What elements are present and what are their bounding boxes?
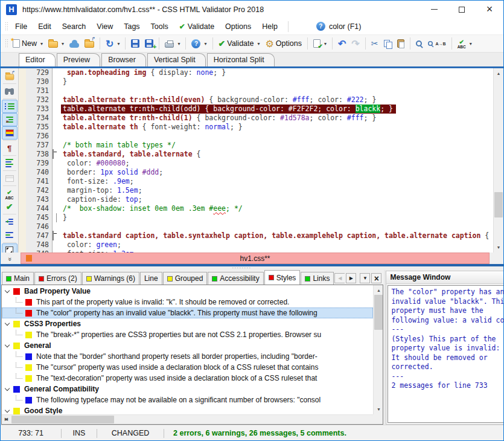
code-line-742[interactable]: 742 margin-top: 1.5em; xyxy=(19,186,493,195)
message-item[interactable]: The "break-*" properties are CSS3 proper… xyxy=(2,329,373,340)
message-item[interactable]: The "color" property has an invalid valu… xyxy=(2,307,373,318)
view-tab-preview[interactable]: Preview xyxy=(57,53,100,66)
cut-button[interactable] xyxy=(369,37,381,50)
code-line-743[interactable]: 743 caption-side: top; xyxy=(19,195,493,204)
collapse-chevron-icon[interactable] xyxy=(5,407,10,412)
validate-tool[interactable] xyxy=(2,200,18,213)
open-button[interactable] xyxy=(46,37,66,50)
sidebar-overflow-button[interactable] xyxy=(1,253,21,264)
code-line-739[interactable]: 739 color: #000080; xyxy=(19,159,493,168)
validate-button[interactable]: Validate xyxy=(216,37,263,50)
menu-item-tools[interactable]: Tools xyxy=(145,20,174,33)
scroll-up-icon[interactable] xyxy=(494,69,503,78)
table-tool[interactable] xyxy=(2,172,18,185)
find-button[interactable] xyxy=(413,39,424,48)
context-help-button[interactable]: color (F1) xyxy=(316,22,361,31)
menu-item-validate[interactable]: Validate xyxy=(174,20,220,33)
indent-increase-tool[interactable] xyxy=(2,215,18,228)
message-group[interactable]: General Compatibility xyxy=(2,384,373,394)
scroll-thumb[interactable] xyxy=(11,416,114,423)
code-line-747[interactable]: 747table.standard caption, table.syntaxh… xyxy=(19,231,493,240)
message-item[interactable]: The following typeface may not be availa… xyxy=(2,394,373,405)
replace-button[interactable]: A→B xyxy=(425,39,448,48)
fit-to-window-tool[interactable] xyxy=(2,243,18,253)
code-line-746[interactable]: 746 xyxy=(19,222,493,231)
code-line-731[interactable]: 731 xyxy=(19,86,493,95)
code-line-733[interactable]: 733table.alternate tr:nth-child(odd) { b… xyxy=(19,105,493,114)
splitter-grip[interactable] xyxy=(1,266,503,270)
scroll-right-icon[interactable] xyxy=(2,415,11,423)
menu-item-options[interactable]: Options xyxy=(220,20,257,33)
menu-item-edit[interactable]: Edit xyxy=(33,20,57,33)
messages-tab-grouped[interactable]: Grouped xyxy=(163,272,208,285)
messages-tab-styles[interactable]: Styles xyxy=(264,270,301,285)
message-item[interactable]: Note that the "border" shorthand propert… xyxy=(2,351,373,362)
code-line-730[interactable]: 730} xyxy=(19,77,493,86)
redo-button[interactable] xyxy=(349,36,362,51)
menubar-gripper[interactable] xyxy=(5,22,8,31)
editor-vertical-scrollbar[interactable] xyxy=(493,68,503,253)
paste-button[interactable] xyxy=(395,37,407,50)
spell-check-button[interactable]: ABC xyxy=(455,36,474,51)
find-tool[interactable] xyxy=(2,85,18,98)
menu-item-search[interactable]: Search xyxy=(57,20,92,33)
editor-scroll-thumb[interactable] xyxy=(494,192,503,217)
code-editor[interactable]: 729 span.topheading img { display: none;… xyxy=(19,68,493,253)
reopen-folder-tool[interactable] xyxy=(2,69,18,83)
message-group[interactable]: Good Style xyxy=(2,405,373,414)
collapse-chevron-icon[interactable] xyxy=(5,385,10,390)
collapse-chevron-icon[interactable] xyxy=(5,320,10,325)
tab-scroll-right-button[interactable] xyxy=(346,273,356,283)
view-tab-horizontal-split[interactable]: Horizontal Split xyxy=(207,53,275,66)
message-item[interactable]: The "text-decoration" property was used … xyxy=(2,373,373,384)
messages-tab-line[interactable]: Line xyxy=(140,272,162,285)
flag-tool[interactable] xyxy=(2,126,18,140)
tab-menu-button[interactable] xyxy=(360,273,370,283)
new-button[interactable]: New xyxy=(10,37,45,50)
scroll-up-icon[interactable] xyxy=(374,286,383,295)
code-line-737[interactable]: 737/* both main table types */ xyxy=(19,141,493,150)
view-tab-vertical-split[interactable]: Vertical Split xyxy=(147,53,206,66)
file-tab[interactable]: hv1.css** xyxy=(21,253,490,264)
close-button[interactable] xyxy=(476,1,503,18)
fold-collapse-icon[interactable] xyxy=(53,231,54,240)
scroll-thumb[interactable] xyxy=(374,295,383,330)
fold-collapse-icon[interactable] xyxy=(53,149,54,159)
open-from-web-button[interactable] xyxy=(67,37,81,50)
collapse-chevron-icon[interactable] xyxy=(5,288,10,292)
code-line-732[interactable]: 732table.alternate tr:nth-child(even) { … xyxy=(19,95,493,105)
reload-button[interactable] xyxy=(103,36,122,51)
reformat-tool[interactable] xyxy=(2,113,18,126)
help-button[interactable] xyxy=(189,37,209,50)
collapse-chevron-icon[interactable] xyxy=(5,342,10,347)
scroll-down-icon[interactable] xyxy=(374,405,383,414)
menu-item-file[interactable]: File xyxy=(10,20,33,33)
show-formatting-tool[interactable] xyxy=(2,141,18,155)
code-line-735[interactable]: 735table.alternate th { font-weight: nor… xyxy=(19,123,493,132)
align-tool[interactable] xyxy=(2,156,18,170)
code-line-748[interactable]: 748 color: green; xyxy=(19,240,493,249)
validate-file-button[interactable] xyxy=(311,37,329,50)
code-line-738[interactable]: 738table.standard, table.alternate { xyxy=(19,150,493,159)
copy-button[interactable] xyxy=(381,38,394,50)
line-numbers-tool[interactable] xyxy=(2,100,18,113)
message-list-vscrollbar[interactable] xyxy=(373,285,383,414)
undo-button[interactable] xyxy=(336,36,348,51)
indent-decrease-tool[interactable] xyxy=(2,228,18,242)
maximize-button[interactable] xyxy=(448,1,476,18)
minimize-button[interactable] xyxy=(420,1,448,18)
messages-tab-warnings-6[interactable]: Warnings (6) xyxy=(82,272,139,285)
code-line-729[interactable]: 729 span.topheading img { display: none;… xyxy=(19,68,493,77)
messages-tab-accessibility[interactable]: Accessibility xyxy=(208,272,263,285)
message-item[interactable]: This part of the property value is inval… xyxy=(2,297,373,307)
messages-tab-links[interactable]: Links xyxy=(301,272,334,285)
toolbar-gripper[interactable] xyxy=(5,39,8,48)
menu-item-tags[interactable]: Tags xyxy=(118,20,145,33)
spell-check-tool[interactable]: ABC xyxy=(2,187,18,200)
view-tab-browser[interactable]: Browser xyxy=(101,53,146,66)
message-group[interactable]: General xyxy=(2,340,373,351)
message-item[interactable]: The "cursor" property was used inside a … xyxy=(2,362,373,373)
view-tab-editor[interactable]: Editor xyxy=(19,53,56,66)
code-line-736[interactable]: 736 xyxy=(19,132,493,141)
print-button[interactable] xyxy=(162,38,182,50)
